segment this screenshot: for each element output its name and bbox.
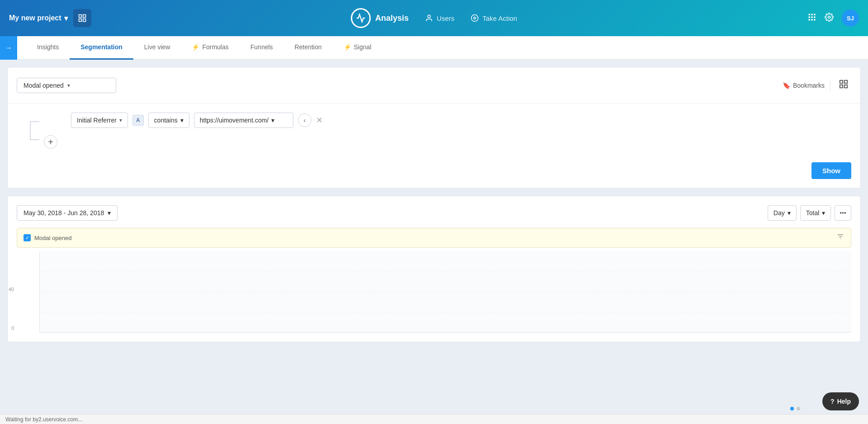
date-range-chevron-icon: ▾ xyxy=(108,209,111,217)
svg-point-5 xyxy=(472,15,478,22)
legend-item-modal-opened: ✓ Modal opened xyxy=(24,234,71,241)
tab-signal[interactable]: ⚡ Signal xyxy=(333,36,382,60)
event-label: Modal opened xyxy=(24,82,64,89)
time-granularity-label: Day xyxy=(774,209,785,217)
agg-chevron-icon: ▾ xyxy=(822,209,825,217)
nav-link-users[interactable]: Users xyxy=(425,14,454,22)
event-chevron-icon: ▾ xyxy=(67,82,70,89)
chart-gridline-3 xyxy=(40,312,851,312)
property-select[interactable]: Initial Referrer ▾ xyxy=(71,113,128,128)
filter-section: Initial Referrer ▾ A contains ▾ https://… xyxy=(17,113,851,149)
property-chevron-icon: ▾ xyxy=(119,117,122,123)
show-button[interactable]: Show xyxy=(811,162,851,179)
grid-icon[interactable] xyxy=(807,13,816,24)
svg-point-16 xyxy=(828,16,830,18)
aggregation-select[interactable]: Total ▾ xyxy=(800,205,831,221)
svg-rect-15 xyxy=(814,19,815,20)
chart-filter-icon[interactable] xyxy=(836,233,844,243)
nav-right: SJ xyxy=(807,9,859,27)
date-range-label: May 30, 2018 - Jun 28, 2018 xyxy=(24,209,104,217)
help-button[interactable]: ? Help xyxy=(822,392,859,410)
pagination-dot-1 xyxy=(790,407,794,410)
tab-live-view[interactable]: Live view xyxy=(133,36,181,60)
filter-bracket-icon xyxy=(21,117,44,144)
formulas-icon: ⚡ xyxy=(192,43,199,51)
tab-formulas[interactable]: ⚡ Formulas xyxy=(181,36,239,60)
more-options-button[interactable]: ••• xyxy=(835,205,851,221)
chart-area xyxy=(39,251,851,333)
legend-checkbox[interactable]: ✓ xyxy=(24,234,31,241)
date-range-select[interactable]: May 30, 2018 - Jun 28, 2018 ▾ xyxy=(17,205,118,221)
filter-actions-row: Show xyxy=(17,158,851,179)
add-filter-button[interactable]: + xyxy=(44,135,57,149)
remove-filter-button[interactable]: ✕ xyxy=(316,115,323,125)
svg-rect-9 xyxy=(814,14,815,15)
svg-rect-14 xyxy=(811,19,812,20)
bookmarks-button[interactable]: 🔖 Bookmarks xyxy=(777,79,830,92)
tab-retention[interactable]: Retention xyxy=(284,36,333,60)
bookmark-icon: 🔖 xyxy=(783,82,790,89)
filter-value-select[interactable]: https://uimovement.com/ ▾ xyxy=(194,113,293,128)
nav-link-take-action[interactable]: Take Action xyxy=(471,14,517,22)
svg-rect-2 xyxy=(79,19,81,22)
svg-point-6 xyxy=(474,17,476,19)
filter-type-badge: A xyxy=(132,115,144,126)
legend-label: Modal opened xyxy=(34,235,71,241)
chart-gridline xyxy=(40,292,851,292)
filter-divider xyxy=(8,103,860,104)
svg-rect-11 xyxy=(811,16,812,18)
chart-legend-row: ✓ Modal opened xyxy=(17,228,851,248)
svg-rect-1 xyxy=(83,15,85,18)
filter-row: Initial Referrer ▾ A contains ▾ https://… xyxy=(71,113,851,128)
nav-brand: Analysis xyxy=(351,8,409,28)
y-label-bottom: 0 xyxy=(0,325,14,331)
event-select[interactable]: Modal opened ▾ xyxy=(17,78,116,93)
nav-take-action-label: Take Action xyxy=(482,14,517,22)
y-label-40: 40 xyxy=(0,287,14,292)
brand-icon xyxy=(351,8,371,28)
chevron-down-icon: ▾ xyxy=(64,14,68,23)
svg-rect-18 xyxy=(844,80,847,83)
svg-rect-8 xyxy=(811,14,812,15)
tab-segmentation[interactable]: Segmentation xyxy=(70,36,133,60)
svg-rect-0 xyxy=(79,15,81,18)
filter-nav-button[interactable]: ‹ xyxy=(298,113,311,127)
results-top-row: May 30, 2018 - Jun 28, 2018 ▾ Day ▾ Tota… xyxy=(17,205,851,221)
nav-center: Analysis Users Take Action xyxy=(351,8,517,28)
svg-rect-19 xyxy=(840,85,843,88)
status-bar: Waiting for by2.uservoice.com... xyxy=(0,414,868,424)
nav-users-label: Users xyxy=(437,14,454,22)
nav-collapse-arrow[interactable]: → xyxy=(0,36,17,60)
property-label: Initial Referrer xyxy=(77,117,117,124)
brand-label: Analysis xyxy=(375,14,409,23)
svg-rect-13 xyxy=(809,19,810,20)
sub-nav: → Insights Segmentation Live view ⚡ Form… xyxy=(0,36,868,60)
svg-rect-3 xyxy=(83,19,85,22)
tab-insights[interactable]: Insights xyxy=(26,36,70,60)
svg-rect-20 xyxy=(844,85,847,88)
nav-logo-icon[interactable] xyxy=(73,9,91,27)
condition-chevron-icon: ▾ xyxy=(180,117,184,124)
gear-icon[interactable] xyxy=(825,13,834,24)
filter-card: Modal opened ▾ 🔖 Bookmarks xyxy=(7,67,861,188)
condition-label: contains xyxy=(154,117,178,124)
chart-view-button[interactable] xyxy=(836,76,851,94)
time-chevron-icon: ▾ xyxy=(788,209,791,217)
help-label: Help xyxy=(837,398,851,405)
chart-y-axis: 40 0 xyxy=(0,251,14,333)
aggregation-label: Total xyxy=(806,209,820,217)
condition-select[interactable]: contains ▾ xyxy=(148,113,189,128)
pagination-dot-2 xyxy=(797,407,800,410)
chart-container: 40 0 xyxy=(17,251,851,333)
pagination-dots xyxy=(790,407,800,410)
avatar[interactable]: SJ xyxy=(842,9,859,27)
svg-rect-7 xyxy=(809,14,810,15)
filter-right-actions: 🔖 Bookmarks xyxy=(777,76,851,94)
tab-funnels[interactable]: Funnels xyxy=(240,36,284,60)
project-name-label: My new project xyxy=(9,14,61,22)
results-right-controls: Day ▾ Total ▾ ••• xyxy=(768,205,851,221)
filter-top-row: Modal opened ▾ 🔖 Bookmarks xyxy=(17,76,851,94)
signal-icon: ⚡ xyxy=(344,43,351,51)
project-name[interactable]: My new project ▾ xyxy=(9,14,68,23)
time-granularity-select[interactable]: Day ▾ xyxy=(768,205,797,221)
